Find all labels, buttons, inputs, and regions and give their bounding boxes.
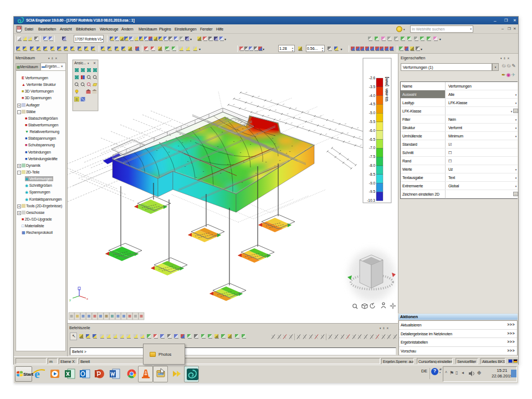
svg-text:B: B <box>75 98 78 101</box>
svg-text:-3.5: -3.5 <box>369 85 376 89</box>
svg-text:y: y <box>69 298 71 301</box>
svg-text:-9.0: -9.0 <box>369 181 376 185</box>
svg-text:Uz-min [mm]: Uz-min [mm] <box>385 77 389 101</box>
svg-text:-6.5: -6.5 <box>369 137 376 141</box>
svg-text:-7.5: -7.5 <box>369 155 376 158</box>
svg-text:-7.0: -7.0 <box>369 146 376 150</box>
svg-text:Ansic...: Ansic... <box>74 61 86 65</box>
svg-text:x: x <box>86 297 88 300</box>
svg-text:-10.3: -10.3 <box>367 198 375 202</box>
svg-text:-6.0: -6.0 <box>369 129 376 132</box>
svg-text:-5.5: -5.5 <box>369 120 376 124</box>
svg-text:-2.6: -2.6 <box>369 76 376 80</box>
svg-text:-5.0: -5.0 <box>369 111 376 115</box>
svg-text:-9.5: -9.5 <box>369 190 376 193</box>
svg-text:✕: ✕ <box>93 62 96 65</box>
svg-text:-8.0: -8.0 <box>369 163 376 167</box>
svg-text:-4.0: -4.0 <box>369 94 376 98</box>
svg-text:-4.5: -4.5 <box>369 102 376 106</box>
svg-text:-8.5: -8.5 <box>369 172 376 176</box>
